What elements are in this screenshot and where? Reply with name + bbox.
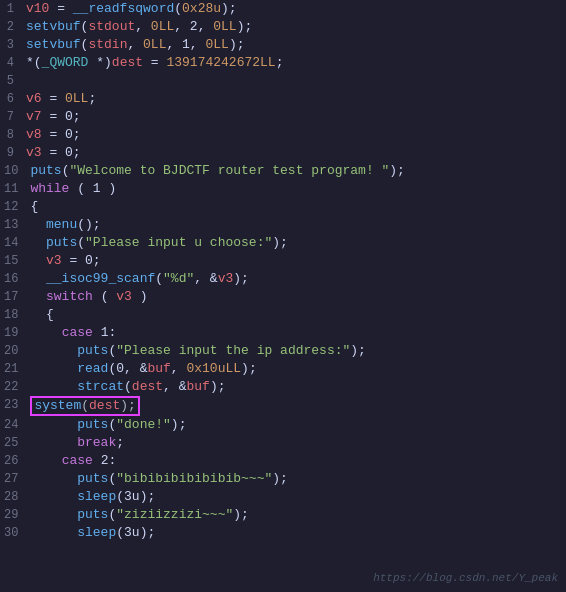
line-number: 20 [0, 342, 28, 360]
line-text: puts("Please input u choose:"); [28, 234, 566, 252]
code-content: 1v10 = __readfsqword(0x28u);2setvbuf(std… [0, 0, 566, 542]
line-text: sleep(3u); [28, 488, 566, 506]
line-number: 10 [0, 162, 28, 180]
line-number: 27 [0, 470, 28, 488]
line-text: puts("bibibibibibibib~~~"); [28, 470, 566, 488]
code-line: 14 puts("Please input u choose:"); [0, 234, 566, 252]
line-text: setvbuf(stdin, 0LL, 1, 0LL); [24, 36, 566, 54]
line-number: 15 [0, 252, 28, 270]
line-text: v6 = 0LL; [24, 90, 566, 108]
line-text: strcat(dest, &buf); [28, 378, 566, 396]
line-text: puts("Welcome to BJDCTF router test prog… [28, 162, 566, 180]
code-line: 20 puts("Please input the ip address:"); [0, 342, 566, 360]
code-line: 15 v3 = 0; [0, 252, 566, 270]
line-text: puts("Please input the ip address:"); [28, 342, 566, 360]
code-line: 12{ [0, 198, 566, 216]
code-line: 6v6 = 0LL; [0, 90, 566, 108]
code-viewer: 1v10 = __readfsqword(0x28u);2setvbuf(std… [0, 0, 566, 592]
line-number: 22 [0, 378, 28, 396]
code-line: 11while ( 1 ) [0, 180, 566, 198]
code-line: 30 sleep(3u); [0, 524, 566, 542]
line-number: 21 [0, 360, 28, 378]
code-line: 29 puts("ziziizzizi~~~"); [0, 506, 566, 524]
line-text: case 1: [28, 324, 566, 342]
line-number: 8 [0, 126, 24, 144]
line-text: v3 = 0; [24, 144, 566, 162]
line-text: switch ( v3 ) [28, 288, 566, 306]
line-text: sleep(3u); [28, 524, 566, 542]
line-number: 6 [0, 90, 24, 108]
code-line: 17 switch ( v3 ) [0, 288, 566, 306]
watermark: https://blog.csdn.net/Y_peak [373, 572, 558, 584]
line-text: { [28, 306, 566, 324]
line-number: 13 [0, 216, 28, 234]
code-line: 18 { [0, 306, 566, 324]
code-line: 28 sleep(3u); [0, 488, 566, 506]
line-text: menu(); [28, 216, 566, 234]
line-text: { [28, 198, 566, 216]
code-line: 23system(dest); [0, 396, 566, 416]
line-text: read(0, &buf, 0x10uLL); [28, 360, 566, 378]
line-number: 19 [0, 324, 28, 342]
line-text: puts("ziziizzizi~~~"); [28, 506, 566, 524]
line-number: 16 [0, 270, 28, 288]
line-number: 14 [0, 234, 28, 252]
line-text: *(_QWORD *)dest = 139174242672LL; [24, 54, 566, 72]
code-line: 5 [0, 72, 566, 90]
line-number: 11 [0, 180, 28, 198]
code-line: 16 __isoc99_scanf("%d", &v3); [0, 270, 566, 288]
line-text: v3 = 0; [28, 252, 566, 270]
line-number: 3 [0, 36, 24, 54]
line-text: case 2: [28, 452, 566, 470]
line-text: v8 = 0; [24, 126, 566, 144]
code-line: 7v7 = 0; [0, 108, 566, 126]
line-number: 29 [0, 506, 28, 524]
line-number: 18 [0, 306, 28, 324]
line-number: 24 [0, 416, 28, 434]
code-line: 9v3 = 0; [0, 144, 566, 162]
line-number: 30 [0, 524, 28, 542]
line-text: v7 = 0; [24, 108, 566, 126]
code-line: 26 case 2: [0, 452, 566, 470]
line-number: 7 [0, 108, 24, 126]
line-text: setvbuf(stdout, 0LL, 2, 0LL); [24, 18, 566, 36]
code-line: 21 read(0, &buf, 0x10uLL); [0, 360, 566, 378]
line-number: 28 [0, 488, 28, 506]
code-line: 19 case 1: [0, 324, 566, 342]
code-line: 25 break; [0, 434, 566, 452]
code-line: 4*(_QWORD *)dest = 139174242672LL; [0, 54, 566, 72]
line-number: 5 [0, 72, 24, 90]
line-number: 1 [0, 0, 24, 18]
line-number: 4 [0, 54, 24, 72]
line-text: system(dest); [28, 396, 566, 416]
code-line: 22 strcat(dest, &buf); [0, 378, 566, 396]
line-text: while ( 1 ) [28, 180, 566, 198]
line-number: 12 [0, 198, 28, 216]
code-line: 2setvbuf(stdout, 0LL, 2, 0LL); [0, 18, 566, 36]
code-line: 24 puts("done!"); [0, 416, 566, 434]
line-number: 9 [0, 144, 24, 162]
line-number: 25 [0, 434, 28, 452]
line-number: 26 [0, 452, 28, 470]
line-text: break; [28, 434, 566, 452]
code-line: 10puts("Welcome to BJDCTF router test pr… [0, 162, 566, 180]
code-line: 8v8 = 0; [0, 126, 566, 144]
code-line: 27 puts("bibibibibibibib~~~"); [0, 470, 566, 488]
line-number: 23 [0, 396, 28, 414]
code-line: 3setvbuf(stdin, 0LL, 1, 0LL); [0, 36, 566, 54]
line-number: 2 [0, 18, 24, 36]
line-number: 17 [0, 288, 28, 306]
code-line: 13 menu(); [0, 216, 566, 234]
line-text: puts("done!"); [28, 416, 566, 434]
line-text: v10 = __readfsqword(0x28u); [24, 0, 566, 18]
code-line: 1v10 = __readfsqword(0x28u); [0, 0, 566, 18]
line-text: __isoc99_scanf("%d", &v3); [28, 270, 566, 288]
